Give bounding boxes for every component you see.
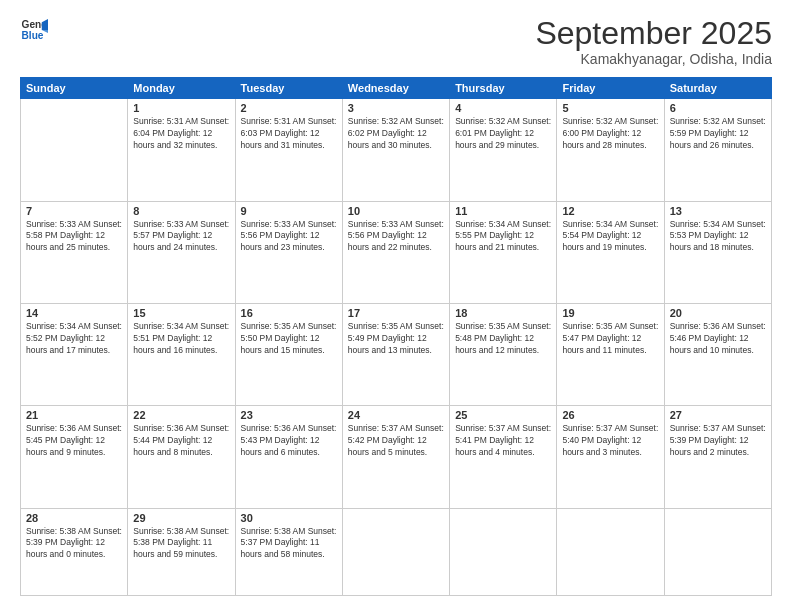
day-number: 29: [133, 512, 229, 524]
table-row: 17Sunrise: 5:35 AM Sunset: 5:49 PM Dayli…: [342, 303, 449, 405]
table-row: [557, 508, 664, 595]
table-row: 10Sunrise: 5:33 AM Sunset: 5:56 PM Dayli…: [342, 201, 449, 303]
table-row: 13Sunrise: 5:34 AM Sunset: 5:53 PM Dayli…: [664, 201, 771, 303]
table-row: 3Sunrise: 5:32 AM Sunset: 6:02 PM Daylig…: [342, 99, 449, 201]
day-info: Sunrise: 5:36 AM Sunset: 5:45 PM Dayligh…: [26, 423, 122, 459]
table-row: 18Sunrise: 5:35 AM Sunset: 5:48 PM Dayli…: [450, 303, 557, 405]
day-number: 1: [133, 102, 229, 114]
day-info: Sunrise: 5:38 AM Sunset: 5:38 PM Dayligh…: [133, 526, 229, 562]
day-info: Sunrise: 5:37 AM Sunset: 5:42 PM Dayligh…: [348, 423, 444, 459]
day-number: 17: [348, 307, 444, 319]
table-row: 22Sunrise: 5:36 AM Sunset: 5:44 PM Dayli…: [128, 406, 235, 508]
day-number: 8: [133, 205, 229, 217]
day-info: Sunrise: 5:38 AM Sunset: 5:39 PM Dayligh…: [26, 526, 122, 562]
day-number: 28: [26, 512, 122, 524]
title-block: September 2025 Kamakhyanagar, Odisha, In…: [535, 16, 772, 67]
day-number: 4: [455, 102, 551, 114]
svg-text:Blue: Blue: [22, 30, 44, 41]
day-number: 3: [348, 102, 444, 114]
day-number: 5: [562, 102, 658, 114]
day-number: 27: [670, 409, 766, 421]
calendar-week-2: 14Sunrise: 5:34 AM Sunset: 5:52 PM Dayli…: [21, 303, 772, 405]
day-number: 15: [133, 307, 229, 319]
calendar-week-3: 21Sunrise: 5:36 AM Sunset: 5:45 PM Dayli…: [21, 406, 772, 508]
month-title: September 2025: [535, 16, 772, 51]
day-info: Sunrise: 5:31 AM Sunset: 6:04 PM Dayligh…: [133, 116, 229, 152]
day-info: Sunrise: 5:35 AM Sunset: 5:50 PM Dayligh…: [241, 321, 337, 357]
day-number: 18: [455, 307, 551, 319]
day-info: Sunrise: 5:32 AM Sunset: 5:59 PM Dayligh…: [670, 116, 766, 152]
day-info: Sunrise: 5:33 AM Sunset: 5:56 PM Dayligh…: [348, 219, 444, 255]
day-info: Sunrise: 5:37 AM Sunset: 5:41 PM Dayligh…: [455, 423, 551, 459]
day-number: 9: [241, 205, 337, 217]
table-row: 23Sunrise: 5:36 AM Sunset: 5:43 PM Dayli…: [235, 406, 342, 508]
day-number: 24: [348, 409, 444, 421]
logo: General Blue: [20, 16, 48, 44]
calendar-week-1: 7Sunrise: 5:33 AM Sunset: 5:58 PM Daylig…: [21, 201, 772, 303]
calendar-table: Sunday Monday Tuesday Wednesday Thursday…: [20, 77, 772, 596]
table-row: 6Sunrise: 5:32 AM Sunset: 5:59 PM Daylig…: [664, 99, 771, 201]
day-info: Sunrise: 5:35 AM Sunset: 5:49 PM Dayligh…: [348, 321, 444, 357]
table-row: 11Sunrise: 5:34 AM Sunset: 5:55 PM Dayli…: [450, 201, 557, 303]
calendar-week-0: 1Sunrise: 5:31 AM Sunset: 6:04 PM Daylig…: [21, 99, 772, 201]
day-info: Sunrise: 5:33 AM Sunset: 5:56 PM Dayligh…: [241, 219, 337, 255]
table-row: 14Sunrise: 5:34 AM Sunset: 5:52 PM Dayli…: [21, 303, 128, 405]
header-monday: Monday: [128, 78, 235, 99]
day-info: Sunrise: 5:36 AM Sunset: 5:46 PM Dayligh…: [670, 321, 766, 357]
day-number: 23: [241, 409, 337, 421]
table-row: 29Sunrise: 5:38 AM Sunset: 5:38 PM Dayli…: [128, 508, 235, 595]
table-row: [664, 508, 771, 595]
day-number: 6: [670, 102, 766, 114]
day-number: 11: [455, 205, 551, 217]
day-info: Sunrise: 5:31 AM Sunset: 6:03 PM Dayligh…: [241, 116, 337, 152]
day-number: 30: [241, 512, 337, 524]
table-row: 2Sunrise: 5:31 AM Sunset: 6:03 PM Daylig…: [235, 99, 342, 201]
table-row: 27Sunrise: 5:37 AM Sunset: 5:39 PM Dayli…: [664, 406, 771, 508]
header-row: Sunday Monday Tuesday Wednesday Thursday…: [21, 78, 772, 99]
day-info: Sunrise: 5:33 AM Sunset: 5:58 PM Dayligh…: [26, 219, 122, 255]
table-row: 9Sunrise: 5:33 AM Sunset: 5:56 PM Daylig…: [235, 201, 342, 303]
day-number: 2: [241, 102, 337, 114]
header: General Blue September 2025 Kamakhyanaga…: [20, 16, 772, 67]
table-row: 19Sunrise: 5:35 AM Sunset: 5:47 PM Dayli…: [557, 303, 664, 405]
day-number: 10: [348, 205, 444, 217]
table-row: [21, 99, 128, 201]
day-info: Sunrise: 5:37 AM Sunset: 5:39 PM Dayligh…: [670, 423, 766, 459]
table-row: 30Sunrise: 5:38 AM Sunset: 5:37 PM Dayli…: [235, 508, 342, 595]
header-tuesday: Tuesday: [235, 78, 342, 99]
table-row: 4Sunrise: 5:32 AM Sunset: 6:01 PM Daylig…: [450, 99, 557, 201]
day-info: Sunrise: 5:38 AM Sunset: 5:37 PM Dayligh…: [241, 526, 337, 562]
table-row: 16Sunrise: 5:35 AM Sunset: 5:50 PM Dayli…: [235, 303, 342, 405]
day-number: 12: [562, 205, 658, 217]
table-row: 5Sunrise: 5:32 AM Sunset: 6:00 PM Daylig…: [557, 99, 664, 201]
day-info: Sunrise: 5:36 AM Sunset: 5:43 PM Dayligh…: [241, 423, 337, 459]
day-number: 16: [241, 307, 337, 319]
table-row: 28Sunrise: 5:38 AM Sunset: 5:39 PM Dayli…: [21, 508, 128, 595]
table-row: 24Sunrise: 5:37 AM Sunset: 5:42 PM Dayli…: [342, 406, 449, 508]
day-info: Sunrise: 5:34 AM Sunset: 5:54 PM Dayligh…: [562, 219, 658, 255]
day-info: Sunrise: 5:35 AM Sunset: 5:47 PM Dayligh…: [562, 321, 658, 357]
header-thursday: Thursday: [450, 78, 557, 99]
table-row: 26Sunrise: 5:37 AM Sunset: 5:40 PM Dayli…: [557, 406, 664, 508]
logo-icon: General Blue: [20, 16, 48, 44]
table-row: [342, 508, 449, 595]
day-info: Sunrise: 5:32 AM Sunset: 6:02 PM Dayligh…: [348, 116, 444, 152]
header-wednesday: Wednesday: [342, 78, 449, 99]
table-row: 12Sunrise: 5:34 AM Sunset: 5:54 PM Dayli…: [557, 201, 664, 303]
day-info: Sunrise: 5:34 AM Sunset: 5:55 PM Dayligh…: [455, 219, 551, 255]
table-row: 25Sunrise: 5:37 AM Sunset: 5:41 PM Dayli…: [450, 406, 557, 508]
header-saturday: Saturday: [664, 78, 771, 99]
day-number: 7: [26, 205, 122, 217]
day-number: 19: [562, 307, 658, 319]
table-row: [450, 508, 557, 595]
day-number: 25: [455, 409, 551, 421]
table-row: 8Sunrise: 5:33 AM Sunset: 5:57 PM Daylig…: [128, 201, 235, 303]
day-info: Sunrise: 5:33 AM Sunset: 5:57 PM Dayligh…: [133, 219, 229, 255]
page: General Blue September 2025 Kamakhyanaga…: [0, 0, 792, 612]
day-info: Sunrise: 5:34 AM Sunset: 5:52 PM Dayligh…: [26, 321, 122, 357]
day-number: 20: [670, 307, 766, 319]
location: Kamakhyanagar, Odisha, India: [535, 51, 772, 67]
day-info: Sunrise: 5:35 AM Sunset: 5:48 PM Dayligh…: [455, 321, 551, 357]
table-row: 1Sunrise: 5:31 AM Sunset: 6:04 PM Daylig…: [128, 99, 235, 201]
table-row: 21Sunrise: 5:36 AM Sunset: 5:45 PM Dayli…: [21, 406, 128, 508]
